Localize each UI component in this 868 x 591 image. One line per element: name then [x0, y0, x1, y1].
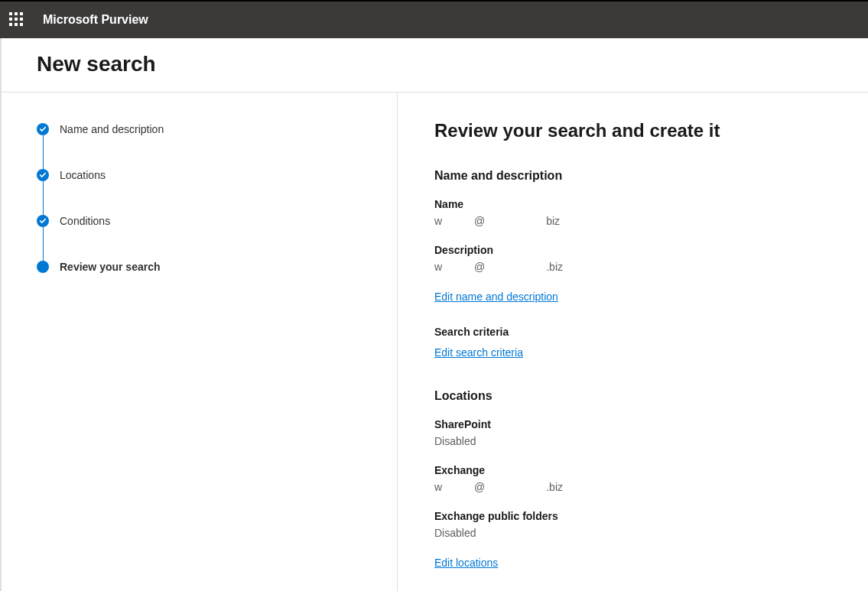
edit-locations-link[interactable]: Edit locations [434, 557, 498, 569]
edit-name-description-link[interactable]: Edit name and description [434, 291, 558, 303]
edit-search-criteria-link[interactable]: Edit search criteria [434, 346, 523, 359]
wizard-step-label: Locations [60, 169, 106, 181]
field-value-name: w @ biz [434, 215, 831, 227]
step-connector [43, 181, 44, 215]
content-area: Name and description Locations Condition… [0, 93, 868, 591]
step-connector [43, 135, 44, 169]
field-value-description: w @ .biz [434, 261, 831, 273]
wizard-step-locations[interactable]: Locations [37, 169, 360, 181]
field-block-description: Description w @ .biz [434, 244, 831, 273]
current-step-icon [37, 261, 49, 273]
wizard-step-review-your-search[interactable]: Review your search [37, 261, 360, 273]
left-edge-divider [0, 38, 2, 591]
review-panel: Review your search and create it Name an… [398, 93, 868, 591]
section-heading-locations: Locations [434, 389, 831, 403]
field-label-public-folders: Exchange public folders [434, 510, 831, 522]
wizard-step-label: Name and description [60, 123, 164, 135]
field-value-exchange: w @ .biz [434, 481, 831, 493]
field-label-description: Description [434, 244, 831, 256]
field-label-exchange: Exchange [434, 464, 831, 476]
top-bar: Microsoft Purview [0, 2, 868, 38]
review-heading: Review your search and create it [434, 120, 831, 141]
wizard-steps-nav: Name and description Locations Condition… [0, 93, 398, 591]
section-heading-name-desc: Name and description [434, 169, 831, 183]
wizard-step-label: Review your search [60, 261, 161, 273]
wizard-step-name-and-description[interactable]: Name and description [37, 123, 360, 135]
field-block-exchange: Exchange w @ .biz [434, 464, 831, 493]
step-connector [43, 227, 44, 261]
section-heading-search-criteria: Search criteria [434, 326, 831, 338]
app-launcher-icon[interactable] [9, 12, 24, 28]
field-block-name: Name w @ biz [434, 198, 831, 227]
field-label-name: Name [434, 198, 831, 210]
check-icon [37, 123, 49, 135]
field-block-sharepoint: SharePoint Disabled [434, 418, 831, 447]
field-value-public-folders: Disabled [434, 527, 831, 539]
wizard-step-conditions[interactable]: Conditions [37, 215, 360, 227]
app-title: Microsoft Purview [43, 13, 148, 27]
field-label-sharepoint: SharePoint [434, 418, 831, 430]
page-header: New search [0, 38, 868, 93]
field-value-sharepoint: Disabled [434, 435, 831, 447]
check-icon [37, 169, 49, 181]
check-icon [37, 215, 49, 227]
field-block-public-folders: Exchange public folders Disabled [434, 510, 831, 539]
page-title: New search [37, 52, 831, 76]
wizard-step-label: Conditions [60, 215, 110, 227]
